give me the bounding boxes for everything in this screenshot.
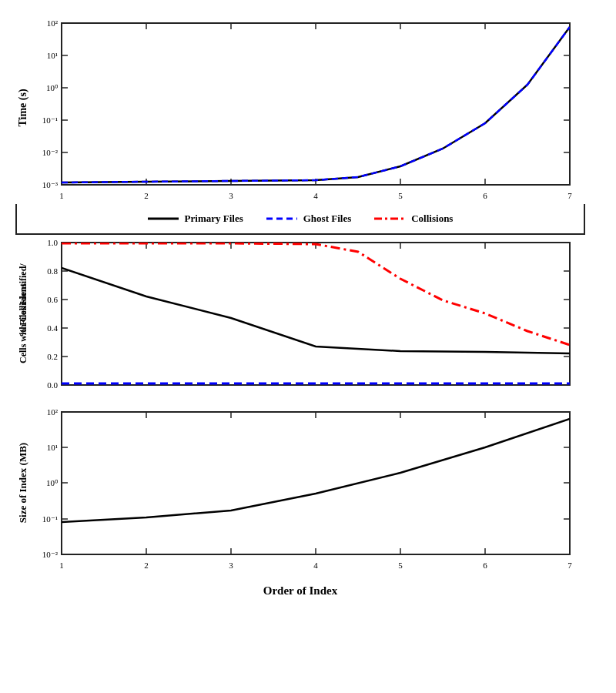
legend-row: Primary Files Ghost Files Collisions: [15, 204, 585, 235]
svg-text:2: 2: [144, 191, 149, 200]
svg-text:Cells with Collisions: Cells with Collisions: [18, 283, 28, 363]
svg-rect-0: [62, 23, 570, 185]
svg-text:2: 2: [144, 561, 149, 570]
svg-text:10⁻¹: 10⁻¹: [42, 514, 58, 524]
svg-rect-71: [62, 412, 570, 554]
legend-collisions: Collisions: [374, 213, 453, 225]
svg-text:10⁻²: 10⁻²: [42, 148, 59, 157]
svg-text:5: 5: [398, 561, 403, 570]
legend-ghost-label: Ghost Files: [303, 213, 351, 225]
chart-middle: % Files Identified/ Cells with Collision…: [15, 235, 585, 404]
legend-primary-label: Primary Files: [185, 213, 243, 225]
svg-text:1: 1: [59, 561, 64, 570]
svg-text:1.0: 1.0: [47, 238, 58, 247]
svg-rect-43: [62, 243, 570, 385]
svg-text:10²: 10²: [47, 407, 59, 417]
svg-text:Time (s): Time (s): [17, 89, 29, 126]
svg-text:5: 5: [398, 191, 403, 200]
svg-text:0.2: 0.2: [47, 352, 58, 361]
svg-text:10⁰: 10⁰: [46, 478, 59, 487]
svg-text:10⁻¹: 10⁻¹: [42, 116, 58, 125]
svg-text:0.0: 0.0: [47, 380, 58, 390]
svg-text:10⁰: 10⁰: [46, 83, 59, 92]
chart-top: Time (s) 10² 10¹ 10⁰ 10⁻¹ 10⁻² 10⁻³: [15, 15, 585, 204]
svg-text:7: 7: [567, 561, 572, 570]
svg-text:7: 7: [567, 191, 572, 200]
legend-ghost: Ghost Files: [266, 213, 351, 225]
svg-text:6: 6: [483, 191, 487, 200]
svg-text:0.4: 0.4: [47, 323, 58, 333]
svg-text:10⁻³: 10⁻³: [42, 180, 59, 189]
chart-bottom: Size of Index (MB) 10² 10¹ 10⁰ 10⁻¹ 10⁻²: [15, 404, 585, 581]
svg-text:10²: 10²: [47, 18, 59, 28]
svg-text:10¹: 10¹: [47, 51, 58, 60]
svg-text:10⁻²: 10⁻²: [42, 550, 59, 559]
svg-text:4: 4: [313, 561, 318, 570]
svg-text:0.8: 0.8: [47, 266, 58, 276]
svg-text:1: 1: [59, 191, 64, 200]
svg-text:6: 6: [483, 561, 487, 570]
svg-text:3: 3: [229, 561, 233, 570]
svg-text:10¹: 10¹: [47, 443, 58, 452]
svg-text:4: 4: [313, 191, 318, 200]
svg-text:3: 3: [229, 191, 233, 200]
svg-text:Size of Index (MB): Size of Index (MB): [17, 443, 28, 523]
x-axis-label: Order of Index: [15, 584, 585, 598]
legend-primary: Primary Files: [148, 213, 243, 225]
legend-collisions-label: Collisions: [411, 213, 453, 225]
main-container: Time (s) 10² 10¹ 10⁰ 10⁻¹ 10⁻² 10⁻³: [15, 15, 585, 678]
svg-text:0.6: 0.6: [47, 295, 58, 304]
